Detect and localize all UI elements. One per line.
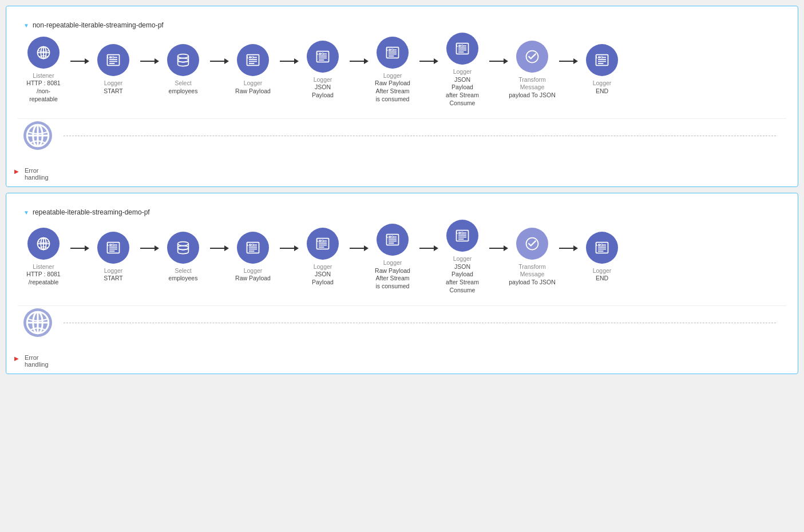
arrow-connector — [69, 248, 88, 249]
error-circle-flow1[interactable] — [23, 121, 52, 150]
node-circle-logger-raw1[interactable]: LOG — [237, 44, 269, 76]
node-label-logger-raw1: Logger Raw Payload — [235, 80, 271, 95]
arrow-connector — [209, 248, 227, 249]
error-triangle-flow2[interactable]: ▶ — [14, 355, 19, 362]
error-triangle-flow1[interactable]: ▶ — [14, 168, 19, 174]
arrow-connector — [418, 248, 437, 249]
node-label-logger-start2: Logger START — [104, 267, 122, 283]
node-logger-raw-after2: LOG Logger Raw PayloadAfter Streamis con… — [367, 224, 418, 291]
node-circle-logger-start1[interactable]: LOG — [97, 44, 129, 76]
svg-text:LOG: LOG — [596, 55, 604, 59]
node-label-logger-json-after2: Logger JSONPayloadafter StreamConsume — [446, 255, 479, 294]
node-label-select1: Select employees — [169, 80, 198, 95]
error-circle-flow2[interactable] — [23, 308, 52, 337]
node-circle-logger-end2[interactable]: LOG — [586, 232, 618, 264]
flow-title-flow2: repeatable-iterable-streaming-demo-pf — [33, 208, 150, 216]
node-logger-start2: LOG Logger START — [88, 232, 139, 283]
node-transform2: Transform Message payload To JSON — [506, 228, 558, 287]
node-logger-raw2: LOG Logger Raw Payload — [227, 232, 279, 283]
flow-collapse-arrow-flow1[interactable]: ▼ — [23, 22, 29, 29]
node-circle-logger-raw-after2[interactable]: LOG — [377, 224, 409, 256]
svg-text:LOG: LOG — [387, 47, 394, 51]
svg-text:LOG: LOG — [108, 55, 115, 59]
dashed-line-flow1 — [64, 136, 776, 136]
flow-header-flow2: ▼ repeatable-iterable-streaming-demo-pf — [18, 205, 786, 220]
arrow-connector — [488, 61, 506, 62]
svg-text:LOG: LOG — [317, 239, 324, 242]
node-circle-logger-json2[interactable]: LOG — [307, 228, 339, 260]
node-logger-start1: LOG Logger START — [88, 44, 139, 95]
error-row-flow2 — [18, 305, 786, 345]
arrow-connector — [558, 248, 576, 249]
error-section-flow1: ▶ Errorhandling — [6, 164, 798, 186]
svg-point-64 — [178, 241, 189, 245]
node-logger-json-after2: LOG Logger JSONPayloadafter StreamConsum… — [437, 220, 488, 294]
error-row-flow1 — [18, 118, 786, 158]
arrow-connector — [139, 248, 157, 249]
flow-main-flow1: ▼ non-repeatable-iterable-streaming-demo… — [6, 6, 798, 164]
node-circle-transform2[interactable] — [516, 228, 548, 260]
node-select2: Select employees — [157, 232, 209, 283]
arrow-connector — [558, 61, 576, 62]
arrow-connector — [348, 248, 367, 249]
node-label-listener1: Listener HTTP : 8081/non-repeatable — [26, 72, 60, 104]
node-transform1: Transform Message payload To JSON — [506, 41, 558, 100]
node-label-transform1: Transform Message payload To JSON — [506, 76, 558, 100]
node-logger-end1: LOG Logger END — [576, 44, 628, 95]
node-listener2: Listener HTTP : 8081/repeatable — [18, 228, 69, 287]
node-circle-transform1[interactable] — [516, 41, 548, 73]
node-label-select2: Select employees — [169, 267, 198, 283]
node-circle-logger-json-after2[interactable]: LOG — [446, 220, 478, 252]
node-circle-logger-start2[interactable]: LOG — [97, 232, 129, 264]
node-circle-listener2[interactable] — [27, 228, 60, 260]
node-circle-logger-json-after1[interactable]: LOG — [446, 33, 478, 65]
arrow-connector — [279, 248, 297, 249]
error-label-flow1: Errorhandling — [25, 167, 49, 181]
node-label-logger-json-after1: Logger JSONPayloadafter StreamConsume — [446, 68, 479, 107]
svg-text:LOG: LOG — [387, 235, 394, 239]
flow-nodes-flow1: Listener HTTP : 8081/non-repeatable LOG — [18, 33, 786, 107]
node-circle-logger-raw2[interactable]: LOG — [237, 232, 269, 264]
node-label-logger-start1: Logger START — [104, 80, 122, 95]
flow-title-flow1: non-repeatable-iterable-streaming-demo-p… — [33, 21, 164, 29]
error-section-flow2: ▶ Errorhandling — [6, 351, 798, 374]
node-logger-json2: LOG Logger JSONPayload — [297, 228, 348, 287]
flow-flow2: ▼ repeatable-iterable-streaming-demo-pf … — [6, 193, 798, 374]
node-label-logger-raw2: Logger Raw Payload — [235, 267, 271, 283]
error-node-flow1 — [23, 121, 52, 150]
flow-nodes-flow2: Listener HTTP : 8081/repeatable LOG — [18, 220, 786, 294]
node-logger-raw1: LOG Logger Raw Payload — [227, 44, 279, 95]
error-node-flow2 — [23, 308, 52, 337]
arrow-connector — [348, 61, 367, 62]
arrow-connector — [488, 248, 506, 249]
svg-point-11 — [178, 54, 189, 58]
svg-text:LOG: LOG — [247, 55, 255, 59]
flow-main-flow2: ▼ repeatable-iterable-streaming-demo-pf … — [6, 193, 798, 351]
node-select1: Select employees — [157, 44, 209, 95]
node-label-logger-raw-after2: Logger Raw PayloadAfter Streamis consume… — [375, 259, 410, 291]
dashed-line-flow2 — [64, 323, 776, 323]
node-circle-select2[interactable] — [167, 232, 199, 264]
svg-point-65 — [178, 245, 189, 249]
svg-text:LOG: LOG — [247, 243, 255, 246]
svg-text:LOG: LOG — [108, 243, 115, 246]
arrow-connector — [139, 61, 157, 62]
node-logger-json1: LOG Logger JSONPayload — [297, 41, 348, 100]
node-circle-listener1[interactable] — [27, 37, 60, 69]
node-logger-end2: LOG Logger END — [576, 232, 628, 283]
node-label-listener2: Listener HTTP : 8081/repeatable — [26, 263, 60, 287]
node-circle-logger-raw-after1[interactable]: LOG — [377, 37, 409, 69]
node-listener1: Listener HTTP : 8081/non-repeatable — [18, 37, 69, 104]
node-circle-logger-json1[interactable]: LOG — [307, 41, 339, 73]
arrow-connector — [279, 61, 297, 62]
node-label-logger-end2: Logger END — [593, 267, 612, 283]
svg-text:LOG: LOG — [457, 231, 464, 235]
node-label-logger-end1: Logger END — [593, 80, 612, 95]
svg-text:LOG: LOG — [596, 243, 604, 246]
flow-collapse-arrow-flow2[interactable]: ▼ — [23, 209, 29, 216]
node-circle-logger-end1[interactable]: LOG — [586, 44, 618, 76]
node-circle-select1[interactable] — [167, 44, 199, 76]
node-label-transform2: Transform Message payload To JSON — [506, 263, 558, 287]
svg-text:LOG: LOG — [457, 44, 464, 47]
arrow-connector — [209, 61, 227, 62]
